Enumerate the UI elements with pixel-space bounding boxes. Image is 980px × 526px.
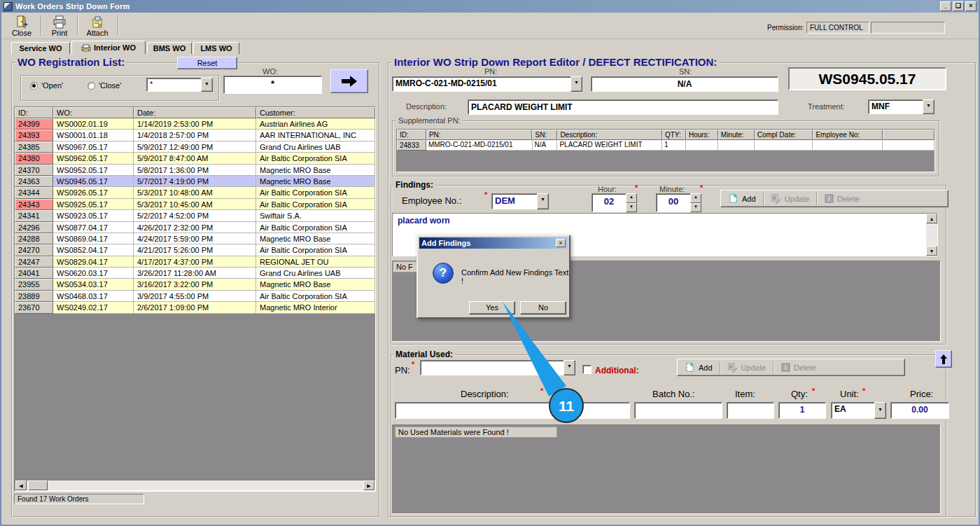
table-row[interactable]: 24343WS0925.05.175/3/2017 10:45:00 AMAir…	[15, 199, 375, 210]
qty-input[interactable]: 1	[778, 402, 826, 419]
cell-wo: WS0852.04.17	[53, 244, 134, 256]
hour-spinner[interactable]: 02 ▲ ▼	[592, 193, 637, 212]
unit-combo-arrow-icon[interactable]: ▼	[874, 402, 886, 419]
tab-service-wo[interactable]: Service WO	[11, 42, 70, 54]
printer-icon	[52, 15, 66, 29]
cell-wo: WS0923.05.17	[53, 210, 134, 221]
minute-down-icon[interactable]: ▼	[690, 203, 701, 213]
radio-close[interactable]: 'Close'	[88, 81, 121, 90]
dialog-yes-button[interactable]: Yes	[469, 301, 515, 314]
minimize-button[interactable]: _	[940, 1, 951, 11]
door-exit-icon	[15, 15, 29, 29]
employee-combo-arrow-icon[interactable]: ▼	[537, 193, 549, 209]
table-row[interactable]: 24370WS0952.05.175/8/2017 1:36:00 PMMagn…	[15, 165, 375, 176]
filter-combo[interactable]: * ▼	[146, 78, 213, 92]
findings-vscrollbar[interactable]: ▲ ▼	[926, 214, 937, 256]
hour-down-icon[interactable]: ▼	[626, 203, 637, 213]
pn-combo[interactable]: MMRO-C-021-MD-0215/01 ▼	[392, 76, 582, 92]
minute-up-icon[interactable]: ▲	[690, 193, 701, 203]
material-list-area: No Used Materials were Found !	[392, 424, 941, 514]
findings-delete-button[interactable]: i Delete	[819, 192, 865, 206]
table-row[interactable]: 24270WS0852.04.174/21/2017 5:26:00 PMAir…	[15, 244, 375, 256]
unit-combo[interactable]: EA ▼	[831, 402, 886, 419]
table-row[interactable]: 24363WS0945.05.175/7/2017 4:19:00 PMMagn…	[15, 176, 375, 187]
material-delete-button[interactable]: i Delete	[776, 361, 822, 375]
cell-wo: WS0249.02.17	[53, 302, 134, 313]
hour-up-icon[interactable]: ▲	[626, 193, 637, 203]
collapse-up-button[interactable]	[935, 350, 952, 368]
table-row[interactable]: 24385WS0967.05.175/9/2017 12:49:00 PMGra…	[15, 141, 375, 153]
pn-label: PN:	[484, 67, 497, 76]
material-pn-combo[interactable]: ▼	[420, 360, 575, 375]
pn-combo-arrow-icon[interactable]: ▼	[570, 76, 582, 92]
material-description-input[interactable]	[395, 402, 630, 419]
dialog-no-button[interactable]: No	[520, 301, 566, 314]
app-icon	[4, 2, 13, 11]
restore-button[interactable]: ❏	[953, 1, 964, 11]
close-button[interactable]: Close	[6, 14, 38, 38]
supp-cell	[883, 140, 934, 151]
wo-table-body: 24399WS0002.01.191/14/2019 2:53:00 PMAus…	[15, 118, 375, 314]
table-row[interactable]: 24296WS0877.04.174/26/2017 2:32:00 PMAir…	[15, 222, 375, 233]
cell-date: 1/4/2018 2:57:00 PM	[134, 130, 256, 141]
treatment-combo-arrow-icon[interactable]: ▼	[923, 99, 934, 114]
attach-button[interactable]: Attach	[80, 14, 115, 38]
toolbar-separator	[763, 193, 764, 205]
search-go-button[interactable]	[330, 69, 368, 93]
treatment-combo[interactable]: MNF ▼	[868, 99, 934, 114]
employee-no-combo[interactable]: DEM ▼	[491, 193, 549, 209]
tab-lms-wo[interactable]: LMS WO	[193, 42, 239, 54]
supp-cell	[813, 140, 883, 151]
scroll-left-icon[interactable]: ◀	[15, 480, 27, 490]
material-add-button[interactable]: Add	[680, 361, 718, 375]
cell-date: 5/9/2017 12:49:00 PM	[134, 141, 256, 153]
wo-search-label: WO:	[262, 67, 278, 76]
filter-combo-arrow-icon[interactable]: ▼	[201, 78, 213, 92]
cell-wo: WS0962.05.17	[53, 153, 134, 164]
item-input[interactable]	[727, 402, 774, 419]
findings-update-button[interactable]: B Update	[766, 192, 815, 206]
additional-checkbox[interactable]	[582, 365, 592, 374]
reset-button[interactable]: Reset	[177, 57, 237, 69]
table-row[interactable]: 24247WS0829.04.174/17/2017 4:37:00 PMREG…	[15, 256, 375, 268]
table-row[interactable]: 24393WS0001.01.181/4/2018 2:57:00 PMAAR …	[15, 130, 375, 141]
minute-value[interactable]: 00	[656, 193, 690, 212]
table-row[interactable]: 24380WS0962.05.175/9/2017 8:47:00 AMAir …	[15, 153, 375, 164]
print-button[interactable]: Print	[43, 14, 76, 38]
wo-search-input[interactable]: *	[223, 76, 322, 94]
material-pn-arrow-icon[interactable]: ▼	[564, 360, 575, 375]
table-row[interactable]: 24399WS0002.01.191/14/2019 2:53:00 PMAus…	[15, 118, 375, 130]
table-row[interactable]: 23889WS0468.03.173/9/2017 4:55:00 PMAir …	[15, 291, 375, 302]
supplemental-table-header: ID:PN:SN:Description:QTY:Hours:Minute:Co…	[397, 130, 934, 140]
scroll-down-icon[interactable]: ▼	[926, 246, 937, 256]
col-header-wo: WO:	[53, 107, 134, 118]
table-row[interactable]: 24041WS0620.03.173/26/2017 11:28:00 AMGr…	[15, 268, 375, 279]
wo-table-hscrollbar[interactable]: ◀ ▶	[15, 480, 375, 491]
supplemental-table-row[interactable]: 24833MMRO-C-021-MD-0215/01N/APLACARD WEI…	[397, 140, 934, 151]
hour-value[interactable]: 02	[592, 193, 626, 212]
tab-bms-wo[interactable]: BMS WO	[147, 42, 192, 54]
price-input[interactable]: 0.00	[890, 402, 949, 419]
findings-add-button[interactable]: Add	[723, 192, 762, 206]
findings-delete-label: Delete	[837, 195, 860, 203]
table-row[interactable]: 23955WS0534.03.173/16/2017 3:22:00 PMMag…	[15, 279, 375, 290]
scroll-thumb[interactable]	[28, 480, 48, 490]
attach-button-label: Attach	[86, 29, 108, 37]
status-bar: Found 17 Work Orders	[14, 494, 144, 504]
table-row[interactable]: 23670WS0249.02.172/6/2017 1:09:00 PMMagn…	[15, 302, 375, 313]
tab-interior-wo[interactable]: Interior WO	[71, 41, 146, 54]
radio-open[interactable]: 'Open'	[30, 81, 63, 90]
description-field[interactable]: PLACARD WEIGHT LIMIT	[468, 99, 778, 115]
cell-wo: WS0620.03.17	[53, 268, 134, 279]
dialog-close-icon[interactable]: ×	[556, 239, 566, 247]
table-row[interactable]: 24344WS0926.05.175/3/2017 10:48:00 AMAir…	[15, 187, 375, 198]
material-update-button[interactable]: B Update	[722, 361, 771, 375]
scroll-right-icon[interactable]: ▶	[363, 480, 374, 490]
cell-customer: Air Baltic Corporation SIA	[256, 291, 375, 302]
minute-spinner[interactable]: 00 ▲ ▼	[656, 193, 701, 212]
batch-no-input[interactable]	[634, 402, 722, 419]
window-close-button[interactable]: ×	[965, 1, 976, 11]
scroll-up-icon[interactable]: ▲	[926, 214, 937, 223]
table-row[interactable]: 24288WS0869.04.174/24/2017 5:59:00 PMMag…	[15, 233, 375, 244]
table-row[interactable]: 24341WS0923.05.175/2/2017 4:52:00 PMSwif…	[15, 210, 375, 221]
